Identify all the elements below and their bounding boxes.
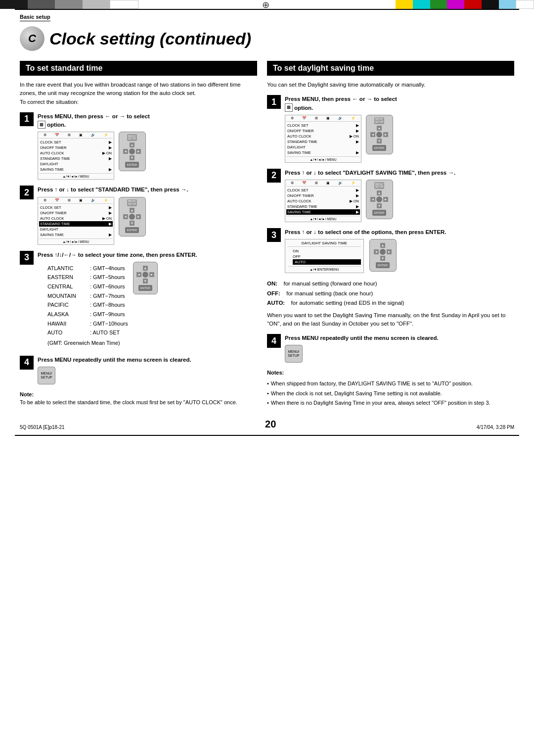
right-step1-remote: MENU/SETUP ▲ ▼ ◄ ► ENTER [364, 115, 394, 154]
menu-row-standard-time: STANDARD TIME▶ [39, 156, 113, 161]
menu-setup-icon: MENU/SETUP [38, 367, 55, 384]
auto-row: AUTO: for automatic setting (read EDS in… [267, 298, 514, 308]
off-label: OFF: [267, 289, 283, 299]
footer-right-text: 4/17/04, 3:28 PM [477, 425, 514, 430]
step3-dpad-center [142, 272, 148, 278]
left-step2-diagram: ⚙ 📅 ⊞ ▣ 🔊 ⚡ CLOCK SET▶ ON/OFF TIMER▶ [38, 197, 257, 245]
dpad-center2 [129, 214, 135, 220]
page-number: 20 [265, 419, 276, 430]
left-step3-text: Press ↑/↓/←/→ to select your time zone, … [38, 251, 257, 259]
left-step4-number: 4 [20, 356, 34, 370]
left-step1-content: Press MENU, then press ← or → to select … [38, 112, 257, 180]
footer-left-text: 5Q 0501A [E]p18-21 [20, 425, 65, 430]
rmenu2-timer: ON/OFF TIMER▶ [286, 193, 360, 198]
menu2-row-clock-set: CLOCK SET▶ [39, 205, 113, 210]
remote-body: MENU/SETUP ▲ ▼ ◄ ► ENTER [119, 132, 146, 171]
menu2-row-auto: AUTO CLOCK▶ ON [39, 216, 113, 221]
note-label: Note: [20, 391, 34, 397]
bullet-3: • [267, 399, 269, 408]
dpad-right2: ► [136, 214, 141, 219]
right-dpad-down2: ▼ [377, 203, 382, 208]
color-block-black [0, 0, 28, 9]
gmt-note: (GMT: Greenwich Mean Time) [47, 338, 128, 348]
step3-right-layout: DAYLIGHT SAVING TIME ON OFF AUTO ▲/▼/ENT… [285, 239, 514, 273]
right-dpad-up1: ▲ [377, 126, 382, 131]
right-step4-number: 4 [267, 334, 281, 348]
dpad-left2: ◄ [123, 214, 128, 219]
content-area: To set standard time In the rare event t… [20, 61, 514, 409]
menu2-row-daylight2: DAYLIGHT [39, 227, 113, 232]
page-title: Clock setting (continued) [49, 29, 251, 48]
left-step2-number: 2 [20, 186, 34, 199]
right-step3-remote: ▲ ▼ ◄ ► ENTER [368, 239, 398, 272]
auto-text: for automatic setting (read EDS in the s… [291, 298, 404, 308]
timezone-table: ATLANTIC: GMT−4hours EASTERN: GMT−5hours… [47, 264, 128, 348]
left-section-header: To set standard time [20, 61, 257, 76]
rmenu-row-clock-set: CLOCK SET▶ [286, 123, 360, 128]
menu2-row-on-off: ON/OFF TIMER▶ [39, 210, 113, 216]
left-step1-number: 1 [20, 112, 34, 126]
tz-atlantic: ATLANTIC: GMT−4hours [47, 264, 128, 273]
menu-icons-row2: ⚙ 📅 ⊞ ▣ 🔊 ⚡ [39, 198, 113, 204]
menu-row-daylight: DAYLIGHT [39, 161, 113, 167]
remote-top-buttons2: MENU/SETUP [121, 199, 143, 206]
color-block-lgray [83, 0, 110, 9]
left-step1-remote: MENU/SETUP ▲ ▼ ◄ ► ENTER [117, 132, 147, 171]
color-block-black-right [482, 0, 499, 9]
menu-nav-hint: ▲/▼/◄/►/ MENU [39, 173, 113, 178]
right-remote-top2: MENU/SETUP [368, 182, 391, 189]
dpad-down: ▼ [130, 155, 134, 160]
rmenu2-standard: STANDARD TIME▶ [286, 204, 360, 209]
color-block-mgray [55, 0, 83, 9]
left-step1-text: Press MENU, then press ← or → to select … [38, 112, 257, 129]
left-step4: 4 Press MENU repeatedly until the menu s… [20, 356, 257, 384]
right-dpad-up2: ▲ [377, 190, 382, 195]
rmenu-row-saving: SAVING TIME▶ [286, 150, 360, 155]
tz-hawaii: HAWAII: GMT−10hours [47, 319, 128, 329]
rmenu2-auto: AUTO CLOCK▶ ON [286, 198, 360, 204]
step3-dpad: ▲ ▼ ◄ ► [136, 266, 154, 284]
daylight-options: ON OFF AUTO [293, 248, 361, 265]
remote-dpad2: ▲ ▼ ◄ ► [123, 208, 141, 226]
off-text: for manual setting (back one hour) [286, 289, 373, 299]
right-dpad-down1: ▼ [377, 139, 382, 143]
daylight-menu-title: DAYLIGHT SAVING TIME [288, 241, 361, 247]
note-text-2: When the clock is not set, Daylight Savi… [271, 389, 442, 398]
right-intro-text: You can set the Daylight saving time aut… [267, 81, 514, 89]
right-enter1: ENTER [372, 145, 386, 151]
right-remote-top: MENU/SETUP [368, 117, 391, 124]
rmenu-nav: ▲/▼/◄/►/ MENU [286, 156, 360, 161]
step3-dpad-up: ▲ [143, 266, 148, 271]
color-registration-bar [0, 0, 534, 9]
daylight-menu-box: DAYLIGHT SAVING TIME ON OFF AUTO ▲/▼/ENT… [285, 239, 364, 273]
note-item-3: • When there is no Daylight Saving Time … [267, 399, 514, 408]
right-dpad-right1: ► [383, 132, 388, 137]
rmenu2-clock: CLOCK SET▶ [286, 188, 360, 193]
dpad-right: ► [136, 149, 141, 154]
color-block-dgray [28, 0, 55, 9]
step3-remote-body: ▲ ▼ ◄ ► ENTER [133, 262, 158, 294]
dpad-down2: ▼ [130, 221, 134, 226]
note-text-3: When there is no Daylight Saving Time in… [271, 399, 490, 408]
tz-auto: AUTO: AUTO SET [47, 328, 128, 337]
menu2-row-standard-selected: STANDARD TIME▶ [39, 221, 113, 227]
right-step2-text: Press ↑ or ↓ to select "DAYLIGHT SAVING … [285, 169, 514, 177]
right-dpad-center3 [380, 249, 386, 255]
left-intro-text: In the rare event that you live within b… [20, 81, 257, 106]
right-menu-icons-row: ⚙ 📅 ⊞ ▣ 🔊 ⚡ [286, 116, 360, 122]
right-step3-number: 3 [267, 228, 281, 242]
right-remote-body1: MENU/SETUP ▲ ▼ ◄ ► ENTER [366, 115, 393, 154]
right-step1-menu: ⚙ 📅 ⊞ ▣ 🔊 ⚡ CLOCK SET▶ ON/OFF TIMER▶ [285, 115, 361, 163]
left-step2-text: Press ↑ or ↓ to select "STANDARD TIME", … [38, 186, 257, 193]
menu2-row-saving2: SAVING TIME▶ [39, 232, 113, 237]
step3-layout: ATLANTIC: GMT−4hours EASTERN: GMT−5hours… [38, 262, 257, 350]
remote-dpad: ▲ ▼ ◄ ► [123, 142, 141, 160]
bullet-2: • [267, 389, 269, 398]
step3-remote-area: ▲ ▼ ◄ ► ENTER [133, 262, 158, 294]
color-block-red [464, 0, 482, 9]
menu-row-saving-time: SAVING TIME▶ [39, 167, 113, 172]
right-step1-diagram: ⚙ 📅 ⊞ ▣ 🔊 ⚡ CLOCK SET▶ ON/OFF TIMER▶ [285, 115, 514, 163]
right-dpad2: ▲ ▼ ◄ ► [370, 190, 388, 208]
color-block-lblue [499, 0, 516, 9]
left-step3-content: Press ↑/↓/←/→ to select your time zone, … [38, 251, 257, 350]
